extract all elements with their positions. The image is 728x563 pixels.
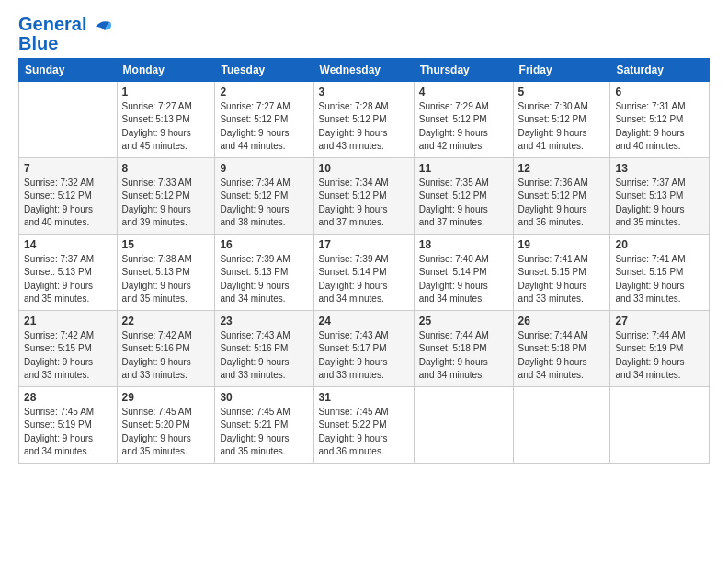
day-number: 14: [24, 238, 112, 251]
weekday-sunday: Sunday: [19, 58, 118, 81]
day-cell: 5Sunrise: 7:30 AM Sunset: 5:12 PM Daylig…: [513, 81, 610, 157]
logo-blue: Blue: [18, 34, 114, 52]
day-cell: 12Sunrise: 7:36 AM Sunset: 5:12 PM Dayli…: [513, 157, 610, 234]
day-cell: 29Sunrise: 7:45 AM Sunset: 5:20 PM Dayli…: [117, 386, 215, 463]
weekday-thursday: Thursday: [414, 58, 513, 81]
day-number: 27: [615, 315, 704, 327]
day-info: Sunrise: 7:34 AM Sunset: 5:12 PM Dayligh…: [319, 177, 409, 230]
day-number: 13: [615, 162, 704, 175]
day-number: 21: [24, 315, 112, 327]
day-cell: 25Sunrise: 7:44 AM Sunset: 5:18 PM Dayli…: [414, 310, 513, 386]
day-number: 1: [122, 86, 210, 98]
day-cell: 9Sunrise: 7:34 AM Sunset: 5:12 PM Daylig…: [215, 157, 313, 234]
day-number: 16: [220, 238, 308, 251]
day-info: Sunrise: 7:34 AM Sunset: 5:12 PM Dayligh…: [220, 177, 308, 230]
page-container: General Blue SundayMondayTuesdayWednesda…: [0, 0, 728, 473]
day-cell: 8Sunrise: 7:33 AM Sunset: 5:12 PM Daylig…: [117, 157, 215, 234]
day-number: 19: [518, 238, 606, 251]
day-info: Sunrise: 7:42 AM Sunset: 5:16 PM Dayligh…: [122, 329, 210, 383]
day-info: Sunrise: 7:43 AM Sunset: 5:17 PM Dayligh…: [319, 329, 409, 383]
day-cell: 15Sunrise: 7:38 AM Sunset: 5:13 PM Dayli…: [117, 234, 215, 310]
day-number: 29: [122, 391, 210, 404]
page-header: General Blue: [18, 15, 710, 52]
day-info: Sunrise: 7:37 AM Sunset: 5:13 PM Dayligh…: [615, 177, 704, 230]
day-cell: 26Sunrise: 7:44 AM Sunset: 5:18 PM Dayli…: [513, 310, 610, 386]
day-cell: [610, 386, 710, 463]
day-cell: 4Sunrise: 7:29 AM Sunset: 5:12 PM Daylig…: [414, 81, 513, 157]
day-cell: 13Sunrise: 7:37 AM Sunset: 5:13 PM Dayli…: [610, 157, 710, 234]
day-cell: 7Sunrise: 7:32 AM Sunset: 5:12 PM Daylig…: [19, 157, 118, 234]
day-info: Sunrise: 7:44 AM Sunset: 5:18 PM Dayligh…: [518, 329, 606, 383]
day-cell: 22Sunrise: 7:42 AM Sunset: 5:16 PM Dayli…: [117, 310, 215, 386]
day-cell: [414, 386, 513, 463]
weekday-header-row: SundayMondayTuesdayWednesdayThursdayFrid…: [19, 58, 710, 81]
day-info: Sunrise: 7:45 AM Sunset: 5:21 PM Dayligh…: [220, 406, 308, 459]
day-info: Sunrise: 7:44 AM Sunset: 5:19 PM Dayligh…: [615, 329, 704, 383]
day-number: 9: [220, 162, 308, 175]
week-row-2: 7Sunrise: 7:32 AM Sunset: 5:12 PM Daylig…: [19, 157, 710, 234]
day-number: 26: [518, 315, 606, 327]
day-info: Sunrise: 7:35 AM Sunset: 5:12 PM Dayligh…: [419, 177, 508, 230]
day-info: Sunrise: 7:29 AM Sunset: 5:12 PM Dayligh…: [419, 100, 508, 154]
day-number: 8: [122, 162, 210, 175]
weekday-monday: Monday: [117, 58, 215, 81]
day-number: 2: [220, 86, 308, 98]
day-info: Sunrise: 7:45 AM Sunset: 5:20 PM Dayligh…: [122, 406, 210, 459]
day-info: Sunrise: 7:36 AM Sunset: 5:12 PM Dayligh…: [518, 177, 606, 230]
day-number: 28: [24, 391, 112, 404]
day-number: 30: [220, 391, 308, 404]
week-row-5: 28Sunrise: 7:45 AM Sunset: 5:19 PM Dayli…: [19, 386, 710, 463]
day-info: Sunrise: 7:28 AM Sunset: 5:12 PM Dayligh…: [319, 100, 409, 154]
day-info: Sunrise: 7:41 AM Sunset: 5:15 PM Dayligh…: [518, 253, 606, 306]
day-info: Sunrise: 7:45 AM Sunset: 5:19 PM Dayligh…: [24, 406, 112, 459]
day-cell: 21Sunrise: 7:42 AM Sunset: 5:15 PM Dayli…: [19, 310, 118, 386]
week-row-4: 21Sunrise: 7:42 AM Sunset: 5:15 PM Dayli…: [19, 310, 710, 386]
day-number: 18: [419, 238, 508, 251]
day-number: 17: [319, 238, 409, 251]
day-info: Sunrise: 7:27 AM Sunset: 5:13 PM Dayligh…: [122, 100, 210, 154]
weekday-wednesday: Wednesday: [313, 58, 414, 81]
day-info: Sunrise: 7:27 AM Sunset: 5:12 PM Dayligh…: [220, 100, 308, 154]
day-info: Sunrise: 7:30 AM Sunset: 5:12 PM Dayligh…: [518, 100, 606, 154]
day-info: Sunrise: 7:45 AM Sunset: 5:22 PM Dayligh…: [319, 406, 409, 459]
day-cell: 6Sunrise: 7:31 AM Sunset: 5:12 PM Daylig…: [610, 81, 710, 157]
calendar-table: SundayMondayTuesdayWednesdayThursdayFrid…: [18, 58, 710, 464]
day-info: Sunrise: 7:39 AM Sunset: 5:14 PM Dayligh…: [319, 253, 409, 306]
week-row-3: 14Sunrise: 7:37 AM Sunset: 5:13 PM Dayli…: [19, 234, 710, 310]
day-cell: 20Sunrise: 7:41 AM Sunset: 5:15 PM Dayli…: [610, 234, 710, 310]
day-info: Sunrise: 7:31 AM Sunset: 5:12 PM Dayligh…: [615, 100, 704, 154]
logo: General Blue: [18, 15, 114, 52]
weekday-tuesday: Tuesday: [215, 58, 313, 81]
day-cell: [19, 81, 118, 157]
day-cell: 11Sunrise: 7:35 AM Sunset: 5:12 PM Dayli…: [414, 157, 513, 234]
day-number: 20: [615, 238, 704, 251]
day-cell: 19Sunrise: 7:41 AM Sunset: 5:15 PM Dayli…: [513, 234, 610, 310]
day-cell: 3Sunrise: 7:28 AM Sunset: 5:12 PM Daylig…: [313, 81, 414, 157]
day-cell: 14Sunrise: 7:37 AM Sunset: 5:13 PM Dayli…: [19, 234, 118, 310]
day-number: 15: [122, 238, 210, 251]
day-cell: 24Sunrise: 7:43 AM Sunset: 5:17 PM Dayli…: [313, 310, 414, 386]
day-number: 25: [419, 315, 508, 327]
day-info: Sunrise: 7:33 AM Sunset: 5:12 PM Dayligh…: [122, 177, 210, 230]
weekday-friday: Friday: [513, 58, 610, 81]
weekday-saturday: Saturday: [610, 58, 710, 81]
day-number: 4: [419, 86, 508, 98]
day-info: Sunrise: 7:32 AM Sunset: 5:12 PM Dayligh…: [24, 177, 112, 230]
day-cell: 17Sunrise: 7:39 AM Sunset: 5:14 PM Dayli…: [313, 234, 414, 310]
day-info: Sunrise: 7:41 AM Sunset: 5:15 PM Dayligh…: [615, 253, 704, 306]
day-cell: 30Sunrise: 7:45 AM Sunset: 5:21 PM Dayli…: [215, 386, 313, 463]
day-info: Sunrise: 7:40 AM Sunset: 5:14 PM Dayligh…: [419, 253, 508, 306]
day-number: 23: [220, 315, 308, 327]
day-info: Sunrise: 7:42 AM Sunset: 5:15 PM Dayligh…: [24, 329, 112, 383]
day-cell: 27Sunrise: 7:44 AM Sunset: 5:19 PM Dayli…: [610, 310, 710, 386]
day-cell: 16Sunrise: 7:39 AM Sunset: 5:13 PM Dayli…: [215, 234, 313, 310]
day-cell: 1Sunrise: 7:27 AM Sunset: 5:13 PM Daylig…: [117, 81, 215, 157]
day-number: 12: [518, 162, 606, 175]
day-cell: 31Sunrise: 7:45 AM Sunset: 5:22 PM Dayli…: [313, 386, 414, 463]
day-number: 5: [518, 86, 606, 98]
logo-general: General: [18, 14, 86, 34]
day-number: 3: [319, 86, 409, 98]
day-number: 24: [319, 315, 409, 327]
day-cell: 18Sunrise: 7:40 AM Sunset: 5:14 PM Dayli…: [414, 234, 513, 310]
day-info: Sunrise: 7:43 AM Sunset: 5:16 PM Dayligh…: [220, 329, 308, 383]
